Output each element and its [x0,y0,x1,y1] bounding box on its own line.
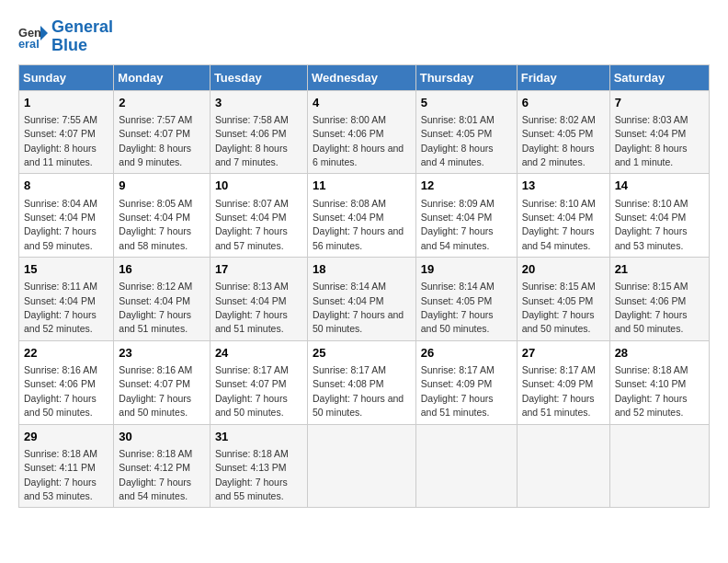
day-header-thursday: Thursday [415,64,517,90]
daylight-text: Daylight: 7 hours and 54 minutes. [522,225,595,250]
calendar-cell: 17Sunrise: 8:13 AMSunset: 4:04 PMDayligh… [210,258,307,341]
sunset-text: Sunset: 4:04 PM [119,212,190,223]
sunset-text: Sunset: 4:06 PM [24,378,96,389]
daylight-text: Daylight: 8 hours and 11 minutes. [24,143,97,167]
daylight-text: Daylight: 7 hours and 58 minutes. [119,225,191,250]
day-number: 31 [215,429,302,445]
sunrise-text: Sunrise: 8:18 AM [215,448,289,459]
sunrise-text: Sunrise: 7:57 AM [119,114,192,125]
day-number: 4 [313,95,411,111]
calendar-week-row: 15Sunrise: 8:11 AMSunset: 4:04 PMDayligh… [19,258,710,341]
sunset-text: Sunset: 4:12 PM [119,462,190,473]
calendar-cell: 23Sunrise: 8:16 AMSunset: 4:07 PMDayligh… [114,340,210,424]
sunset-text: Sunset: 4:09 PM [421,378,493,389]
sunset-text: Sunset: 4:07 PM [119,378,190,389]
day-number: 28 [615,345,704,362]
sunrise-text: Sunrise: 8:14 AM [421,281,495,292]
day-number: 14 [615,178,704,194]
calendar-cell: 10Sunrise: 8:07 AMSunset: 4:04 PMDayligh… [210,174,307,258]
sunrise-text: Sunrise: 8:17 AM [522,364,596,375]
calendar-cell: 27Sunrise: 8:17 AMSunset: 4:09 PMDayligh… [517,340,609,424]
calendar-cell: 4Sunrise: 8:00 AMSunset: 4:06 PMDaylight… [307,90,415,174]
calendar-cell: 8Sunrise: 8:04 AMSunset: 4:04 PMDaylight… [19,174,114,258]
sunset-text: Sunset: 4:08 PM [313,378,384,389]
daylight-text: Daylight: 7 hours and 51 minutes. [522,393,595,418]
calendar-cell: 1Sunrise: 7:55 AMSunset: 4:07 PMDaylight… [19,90,114,174]
day-number: 2 [119,95,205,111]
sunrise-text: Sunrise: 7:58 AM [215,114,289,125]
sunset-text: Sunset: 4:04 PM [313,295,384,306]
sunrise-text: Sunrise: 8:04 AM [24,198,97,209]
calendar-cell: 7Sunrise: 8:03 AMSunset: 4:04 PMDaylight… [609,90,709,174]
calendar-cell: 15Sunrise: 8:11 AMSunset: 4:04 PMDayligh… [19,258,114,341]
sunset-text: Sunset: 4:07 PM [119,128,190,139]
sunset-text: Sunset: 4:13 PM [215,462,287,473]
calendar-cell: 20Sunrise: 8:15 AMSunset: 4:05 PMDayligh… [517,258,609,341]
daylight-text: Daylight: 7 hours and 59 minutes. [24,225,97,250]
calendar-cell: 25Sunrise: 8:17 AMSunset: 4:08 PMDayligh… [307,340,415,424]
calendar-cell: 22Sunrise: 8:16 AMSunset: 4:06 PMDayligh… [19,340,114,424]
sunset-text: Sunset: 4:11 PM [24,462,96,473]
daylight-text: Daylight: 7 hours and 52 minutes. [24,309,97,334]
sunset-text: Sunset: 4:09 PM [522,378,594,389]
calendar-cell: 2Sunrise: 7:57 AMSunset: 4:07 PMDaylight… [114,90,210,174]
day-header-saturday: Saturday [609,64,709,90]
daylight-text: Daylight: 8 hours and 2 minutes. [522,143,595,167]
sunset-text: Sunset: 4:04 PM [215,295,287,306]
calendar-body: 1Sunrise: 7:55 AMSunset: 4:07 PMDaylight… [19,90,710,508]
daylight-text: Daylight: 7 hours and 50 minutes. [215,393,288,418]
calendar-cell: 18Sunrise: 8:14 AMSunset: 4:04 PMDayligh… [307,258,415,341]
sunrise-text: Sunrise: 7:55 AM [24,114,97,125]
sunset-text: Sunset: 4:04 PM [615,212,687,223]
sunrise-text: Sunrise: 8:05 AM [119,198,192,209]
day-header-friday: Friday [517,64,609,90]
calendar-table: SundayMondayTuesdayWednesdayThursdayFrid… [18,64,710,509]
daylight-text: Daylight: 7 hours and 52 minutes. [615,393,688,418]
sunset-text: Sunset: 4:06 PM [215,128,287,139]
daylight-text: Daylight: 7 hours and 50 minutes. [24,393,97,418]
sunset-text: Sunset: 4:07 PM [24,128,96,139]
sunset-text: Sunset: 4:04 PM [615,128,687,139]
calendar-cell [307,424,415,508]
sunset-text: Sunset: 4:06 PM [615,295,687,306]
daylight-text: Daylight: 7 hours and 51 minutes. [119,309,191,334]
daylight-text: Daylight: 7 hours and 51 minutes. [421,393,494,418]
sunset-text: Sunset: 4:07 PM [215,378,287,389]
day-header-wednesday: Wednesday [307,64,415,90]
calendar-cell: 13Sunrise: 8:10 AMSunset: 4:04 PMDayligh… [517,174,609,258]
sunrise-text: Sunrise: 8:01 AM [421,114,495,125]
sunset-text: Sunset: 4:04 PM [119,295,190,306]
sunset-text: Sunset: 4:04 PM [24,212,96,223]
calendar-cell: 11Sunrise: 8:08 AMSunset: 4:04 PMDayligh… [307,174,415,258]
day-number: 20 [522,261,605,278]
daylight-text: Daylight: 7 hours and 53 minutes. [615,225,688,250]
sunset-text: Sunset: 4:10 PM [615,378,687,389]
sunset-text: Sunset: 4:05 PM [421,128,493,139]
sunrise-text: Sunrise: 8:09 AM [421,198,495,209]
sunset-text: Sunset: 4:04 PM [421,212,493,223]
calendar-cell: 5Sunrise: 8:01 AMSunset: 4:05 PMDaylight… [415,90,517,174]
day-number: 22 [24,345,108,362]
calendar-cell [415,424,517,508]
sunrise-text: Sunrise: 8:18 AM [119,448,192,459]
sunrise-text: Sunrise: 8:07 AM [215,198,289,209]
calendar-cell: 24Sunrise: 8:17 AMSunset: 4:07 PMDayligh… [210,340,307,424]
calendar-cell: 30Sunrise: 8:18 AMSunset: 4:12 PMDayligh… [114,424,210,508]
day-number: 15 [24,261,108,278]
day-number: 10 [215,178,302,194]
day-number: 7 [615,95,704,111]
sunrise-text: Sunrise: 8:14 AM [313,281,386,292]
calendar-cell: 9Sunrise: 8:05 AMSunset: 4:04 PMDaylight… [114,174,210,258]
sunset-text: Sunset: 4:04 PM [24,295,96,306]
calendar-cell: 12Sunrise: 8:09 AMSunset: 4:04 PMDayligh… [415,174,517,258]
day-number: 9 [119,178,205,194]
calendar-cell [609,424,709,508]
header: Gen eral GeneralBlue [18,18,710,55]
day-number: 24 [215,345,302,362]
daylight-text: Daylight: 8 hours and 6 minutes. [313,143,404,167]
daylight-text: Daylight: 7 hours and 50 minutes. [522,309,595,334]
calendar-cell: 26Sunrise: 8:17 AMSunset: 4:09 PMDayligh… [415,340,517,424]
daylight-text: Daylight: 7 hours and 54 minutes. [119,477,191,501]
daylight-text: Daylight: 7 hours and 50 minutes. [313,393,404,418]
calendar-week-row: 8Sunrise: 8:04 AMSunset: 4:04 PMDaylight… [19,174,710,258]
